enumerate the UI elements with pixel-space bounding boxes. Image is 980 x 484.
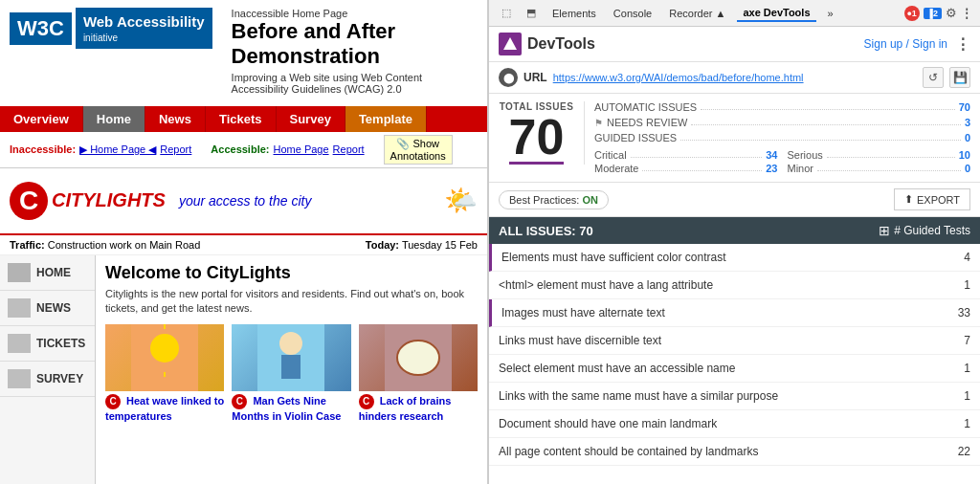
today-text: Today: Tuesday 15 Feb	[366, 239, 478, 251]
inspect-icon[interactable]: ⬚	[497, 4, 516, 23]
issue-item-7[interactable]: All page content should be contained by …	[489, 438, 980, 466]
axe-more-icon[interactable]: ⋮	[955, 35, 970, 54]
url-link[interactable]: https://www.w3.org/WAI/demos/bad/before/…	[553, 72, 917, 83]
sidebar-item-tickets[interactable]: TICKETS	[0, 326, 95, 362]
severity-grid: Critical 34 Serious 10 Moderate 23 Minor	[594, 149, 970, 174]
axe-auth: Sign up / Sign in	[864, 37, 947, 51]
inaccessible-report[interactable]: Report	[160, 143, 191, 155]
main-content: HOME NEWS TICKETS SURVEY Welcome to City…	[0, 255, 487, 484]
issue-item-1[interactable]: <html> element must have a lang attribut…	[489, 272, 980, 299]
accessible-report[interactable]: Report	[333, 143, 365, 155]
traffic-bar: Traffic: Construction work on Main Road …	[0, 235, 487, 255]
accessible-link[interactable]: Home Page	[273, 143, 328, 155]
tickets-icon	[8, 334, 31, 353]
tab-more[interactable]: »	[822, 6, 839, 21]
axe-header: DevTools Sign up / Sign in ⋮	[489, 27, 980, 62]
news-item-3: C Lack of brains hinders research	[359, 324, 478, 423]
cl-c-icon: C	[10, 182, 48, 220]
total-issues-count: 70	[509, 112, 565, 165]
dotted-line	[680, 140, 961, 141]
issue-item-6[interactable]: Document should have one main landmark 1	[489, 410, 980, 438]
issues-summary: TOTAL ISSUES 70 AUTOMATIC ISSUES 70 ⚑ NE…	[489, 94, 980, 183]
record-badge-2[interactable]: ▐2	[924, 8, 942, 19]
news-item-label-1: C Heat wave linked to temperatures	[105, 394, 224, 423]
svg-point-8	[397, 341, 439, 375]
site-desc: Improving a Web site using Web Content A…	[232, 72, 468, 95]
sidebar-item-survey[interactable]: SURVEY	[0, 362, 95, 397]
wai-badge: Web Accessibility initiative	[76, 8, 212, 49]
issue-item-2[interactable]: Images must have alternate text 33	[489, 299, 980, 327]
moderate-item: Moderate 23	[594, 163, 778, 174]
site-subtitle: Inaccessible Home Page	[232, 8, 468, 19]
show-annotations-cell: 📎 Show Annotations	[384, 135, 453, 165]
best-practices-button[interactable]: Best Practices: ON	[499, 190, 609, 209]
right-panel: ⬚ ⬒ Elements Console Recorder ▲ axe DevT…	[488, 0, 980, 484]
settings-icon[interactable]: ⚙	[946, 6, 957, 20]
automatic-issues-row: AUTOMATIC ISSUES 70	[594, 101, 970, 113]
dotted-line	[701, 109, 955, 110]
svg-point-5	[279, 332, 302, 355]
news-grid: C Heat wave linked to temperatures C Man…	[105, 324, 478, 423]
vertical-dots-icon[interactable]: ⋮	[961, 7, 972, 20]
guided-issues-row: GUIDED ISSUES 0	[594, 132, 970, 143]
show-annotations-button[interactable]: 📎 Show Annotations	[384, 135, 453, 165]
issue-item-0[interactable]: Elements must have sufficient color cont…	[489, 244, 980, 272]
tab-console[interactable]: Console	[608, 6, 657, 21]
url-refresh-icon[interactable]: ↺	[923, 67, 944, 88]
svg-marker-9	[503, 37, 517, 50]
nav-item-overview[interactable]: Overview	[0, 106, 83, 132]
tab-elements[interactable]: Elements	[546, 6, 602, 21]
bp-export-bar: Best Practices: ON ⬆ EXPORT	[489, 183, 980, 217]
news-image-2	[232, 324, 350, 391]
issue-item-5[interactable]: Links with the same name must have a sim…	[489, 383, 980, 410]
traffic-text: Traffic: Construction work on Main Road	[10, 239, 200, 251]
news-icon	[8, 298, 31, 318]
news-item-label-2: C Man Gets Nine Months in Violin Case	[232, 394, 350, 423]
issues-details: AUTOMATIC ISSUES 70 ⚑ NEEDS REVIEW 3 GUI…	[594, 101, 970, 174]
record-badge-1[interactable]: ●1	[904, 6, 920, 21]
nav-item-home[interactable]: Home	[83, 106, 145, 132]
sign-up-link[interactable]: Sign up	[864, 37, 903, 51]
device-icon[interactable]: ⬒	[522, 4, 541, 23]
url-save-icon[interactable]: 💾	[949, 67, 970, 88]
needs-review-row: ⚑ NEEDS REVIEW 3	[594, 117, 970, 128]
inaccessible-label: Inaccessible:	[10, 143, 76, 155]
news-item-1: C Heat wave linked to temperatures	[105, 324, 224, 423]
sidebar-item-home[interactable]: HOME	[0, 255, 95, 291]
serious-item: Serious 10	[788, 149, 971, 161]
nav-item-tickets[interactable]: Tickets	[206, 106, 277, 132]
tab-recorder[interactable]: Recorder ▲	[663, 6, 731, 21]
axe-title: DevTools	[527, 35, 595, 53]
issue-item-3[interactable]: Links must have discernible text 7	[489, 327, 980, 355]
cl-tagline: your access to the city	[179, 193, 312, 209]
total-issues-box: TOTAL ISSUES 70	[499, 101, 585, 165]
nav-item-survey[interactable]: Survey	[277, 106, 345, 132]
survey-icon	[8, 369, 31, 388]
w3c-header: W3C Web Accessibility initiative Inacces…	[0, 0, 487, 102]
news-image-3	[359, 324, 478, 391]
needs-review-count: 3	[965, 117, 970, 128]
cl-name: CITYLIGHTS	[52, 189, 166, 211]
sign-in-link[interactable]: Sign in	[912, 37, 947, 51]
tab-axe-devtools[interactable]: axe DevTools	[737, 5, 815, 22]
nav-item-template[interactable]: Template	[345, 106, 427, 132]
url-bar: ⬤ URL https://www.w3.org/WAI/demos/bad/b…	[489, 62, 980, 94]
url-icon: ⬤	[499, 68, 518, 87]
guided-issues-label: GUIDED ISSUES	[594, 132, 677, 143]
guided-tests-button[interactable]: ⊞ # Guided Tests	[879, 223, 970, 238]
sidebar-item-news[interactable]: NEWS	[0, 291, 95, 326]
nav-item-news[interactable]: News	[145, 106, 206, 132]
critical-item: Critical 34	[594, 149, 778, 161]
flag-icon: ⚑	[594, 118, 603, 128]
news-image-1	[105, 324, 224, 391]
axe-logo	[499, 33, 522, 55]
export-button[interactable]: ⬆ EXPORT	[894, 188, 970, 210]
nav-bar: Overview Home News Tickets Survey Templa…	[0, 106, 487, 132]
page-title: Before and After Demonstration	[232, 19, 468, 70]
minor-item: Minor 0	[788, 163, 971, 174]
inaccessible-link[interactable]: ▶ Home Page ◀	[79, 143, 156, 156]
automatic-issues-count: 70	[959, 101, 970, 113]
issue-item-4[interactable]: Select element must have an accessible n…	[489, 355, 980, 383]
automatic-issues-label: AUTOMATIC ISSUES	[594, 101, 697, 113]
info-bar: Inaccessible: ▶ Home Page ◀ Report Acces…	[0, 132, 487, 168]
